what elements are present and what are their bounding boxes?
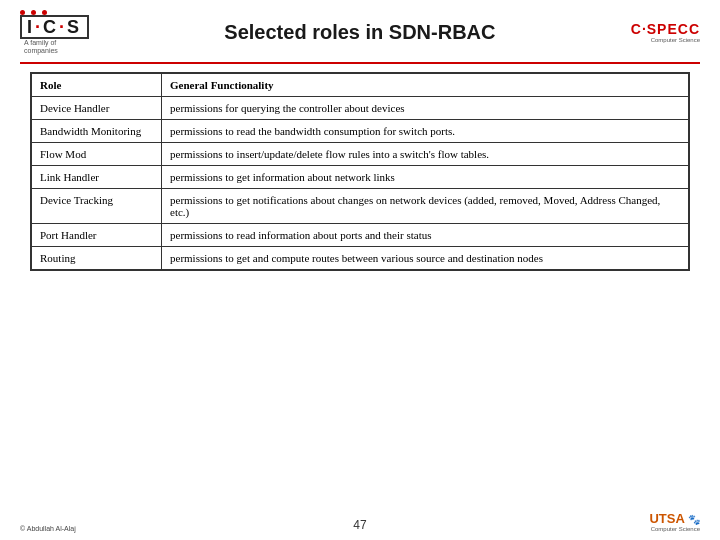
utsa-logo-text: UTSA 🐾 (649, 511, 700, 526)
ics-logo-sub: A family of companies (24, 39, 84, 56)
table-row: Bandwidth Monitoringpermissions to read … (32, 119, 689, 142)
cspec-logo: C·SPECC Computer Science (631, 21, 700, 45)
table-cell-functionality: permissions to read the bandwidth consum… (162, 119, 689, 142)
roles-table: Role General Functionality Device Handle… (31, 73, 689, 270)
table-header-row: Role General Functionality (32, 73, 689, 96)
ics-logo: I·C·S A family of companies (20, 10, 89, 56)
utsa-logo-sub: Computer Science (651, 526, 700, 532)
table-cell-role: Link Handler (32, 165, 162, 188)
table-cell-role: Device Tracking (32, 188, 162, 223)
table-cell-role: Routing (32, 246, 162, 269)
ics-logo-text: I·C·S (20, 15, 89, 39)
col-func-header: General Functionality (162, 73, 689, 96)
cspec-logo-sub: Computer Science (651, 37, 700, 45)
table-row: Device Trackingpermissions to get notifi… (32, 188, 689, 223)
table-cell-role: Device Handler (32, 96, 162, 119)
page-footer: © Abdullah Al-Alaj 47 UTSA 🐾 Computer Sc… (0, 511, 720, 532)
header-divider (20, 62, 700, 64)
utsa-logo: UTSA 🐾 Computer Science (649, 511, 700, 532)
copyright-text: © Abdullah Al-Alaj (20, 525, 76, 532)
utsa-icon: 🐾 (688, 514, 700, 525)
table-cell-functionality: permissions to get and compute routes be… (162, 246, 689, 269)
table-cell-role: Bandwidth Monitoring (32, 119, 162, 142)
table-row: Routingpermissions to get and compute ro… (32, 246, 689, 269)
table-cell-functionality: permissions to get notifications about c… (162, 188, 689, 223)
page-header: I·C·S A family of companies Selected rol… (0, 0, 720, 62)
table-cell-functionality: permissions to get information about net… (162, 165, 689, 188)
table-row: Port Handlerpermissions to read informat… (32, 223, 689, 246)
table-cell-role: Port Handler (32, 223, 162, 246)
cspec-logo-text: C·SPECC (631, 21, 700, 37)
roles-table-container: Role General Functionality Device Handle… (30, 72, 690, 271)
slide-title: Selected roles in SDN-RBAC (89, 21, 631, 44)
table-row: Flow Modpermissions to insert/update/del… (32, 142, 689, 165)
page-number: 47 (353, 518, 366, 532)
table-cell-functionality: permissions to read information about po… (162, 223, 689, 246)
table-row: Device Handlerpermissions for querying t… (32, 96, 689, 119)
table-cell-functionality: permissions for querying the controller … (162, 96, 689, 119)
table-row: Link Handlerpermissions to get informati… (32, 165, 689, 188)
table-cell-role: Flow Mod (32, 142, 162, 165)
table-cell-functionality: permissions to insert/update/delete flow… (162, 142, 689, 165)
col-role-header: Role (32, 73, 162, 96)
